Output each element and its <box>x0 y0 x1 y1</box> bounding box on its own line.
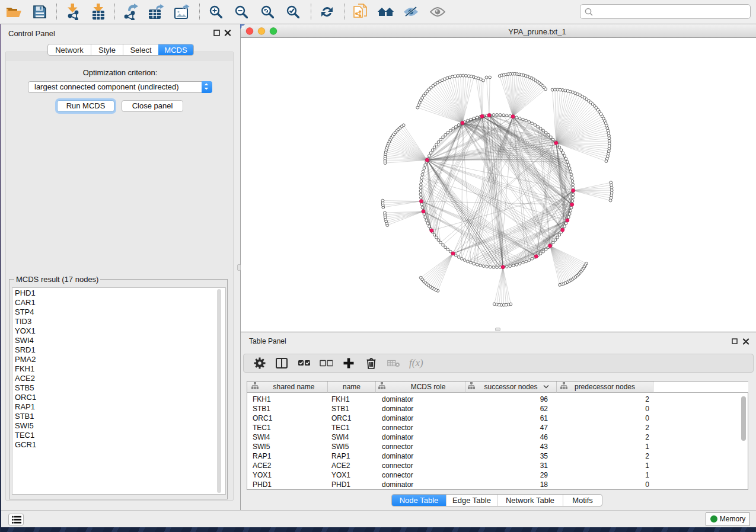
svg-text:f(x): f(x) <box>409 357 423 368</box>
